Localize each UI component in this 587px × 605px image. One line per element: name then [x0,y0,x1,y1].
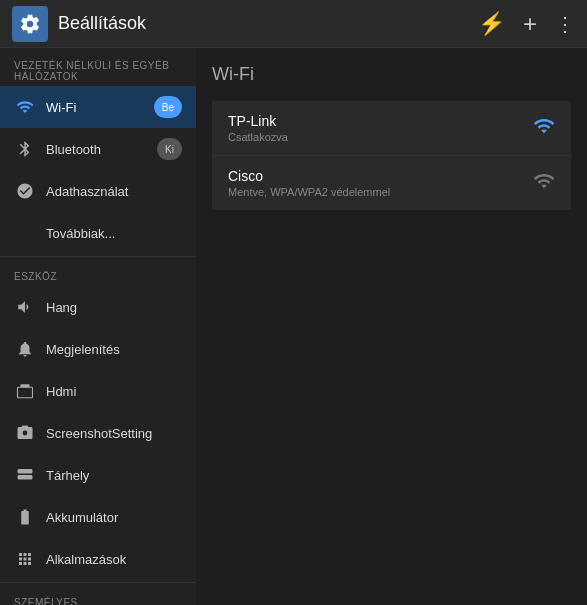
divider-device-personal [0,582,196,583]
display-icon [14,338,36,360]
camera-icon [14,422,36,444]
sidebar-item-tovabbiak-label: Továbbiak... [46,226,182,241]
battery-icon [14,506,36,528]
wifi-item-cisco-info: Cisco Mentve, WPA/WPA2 védelemmel [228,168,525,198]
topbar-title: Beállítások [58,13,478,34]
section-personal-title: SZEMÉLYES [0,585,196,605]
bluetooth-toggle-off-label: Ki [157,138,182,160]
sidebar-item-megjelenites[interactable]: Megjelenítés [0,328,196,370]
divider-network-device [0,256,196,257]
svg-rect-1 [21,384,30,387]
overflow-menu-icon[interactable]: ⋮ [555,12,575,36]
sound-icon [14,296,36,318]
sidebar-item-hdmi-label: Hdmi [46,384,182,399]
main-layout: VEZETÉK NÉLKÜLI ÉS EGYÉB HÁLÓZATOK Wi-Fi… [0,48,587,605]
sidebar-item-megjelenites-label: Megjelenítés [46,342,182,357]
bolt-icon[interactable]: ⚡ [478,11,505,37]
sidebar-item-bluetooth[interactable]: Bluetooth Ki [0,128,196,170]
wifi-item-tp-link[interactable]: TP-Link Csatlakozva [212,101,571,156]
sidebar-item-hang[interactable]: Hang [0,286,196,328]
sidebar: VEZETÉK NÉLKÜLI ÉS EGYÉB HÁLÓZATOK Wi-Fi… [0,48,196,605]
bluetooth-icon [14,138,36,160]
section-network-title: VEZETÉK NÉLKÜLI ÉS EGYÉB HÁLÓZATOK [0,48,196,86]
wifi-item-cisco[interactable]: Cisco Mentve, WPA/WPA2 védelemmel [212,156,571,210]
sidebar-item-tarhely[interactable]: Tárhely [0,454,196,496]
apps-icon [14,548,36,570]
wifi-item-tp-link-name: TP-Link [228,113,525,129]
sidebar-item-tovabbiak[interactable]: Továbbiak... [0,212,196,254]
hdmi-icon [14,380,36,402]
svg-rect-0 [18,387,33,398]
main-content: Wi-Fi TP-Link Csatlakozva Cisco Mentv [196,48,587,605]
sidebar-item-akkumulator-label: Akkumulátor [46,510,182,525]
storage-icon [14,464,36,486]
sidebar-item-adathasznalat[interactable]: Adathasználat [0,170,196,212]
sidebar-item-screenshot[interactable]: ScreenshotSetting [0,412,196,454]
sidebar-item-hang-label: Hang [46,300,182,315]
wifi-item-tp-link-status: Csatlakozva [228,131,525,143]
wifi-toggle-on-label: Be [154,96,182,118]
wifi-item-cisco-name: Cisco [228,168,525,184]
wifi-signal-cisco [533,170,555,197]
sidebar-item-screenshot-label: ScreenshotSetting [46,426,182,441]
wifi-item-cisco-status: Mentve, WPA/WPA2 védelemmel [228,186,525,198]
settings-app-icon [12,6,48,42]
sidebar-item-hdmi[interactable]: Hdmi [0,370,196,412]
add-icon[interactable]: + [523,10,537,38]
sidebar-item-alkalmazasok[interactable]: Alkalmazások [0,538,196,580]
topbar: Beállítások ⚡ + ⋮ [0,0,587,48]
topbar-actions: ⚡ + ⋮ [478,10,575,38]
sidebar-item-akkumulator[interactable]: Akkumulátor [0,496,196,538]
sidebar-item-bluetooth-label: Bluetooth [46,142,157,157]
sidebar-item-wifi[interactable]: Wi-Fi Be [0,86,196,128]
sidebar-item-tarhely-label: Tárhely [46,468,182,483]
data-usage-icon [14,180,36,202]
wifi-toggle[interactable]: Be [154,96,182,118]
more-icon [14,222,36,244]
sidebar-item-alkalmazasok-label: Alkalmazások [46,552,182,567]
wifi-icon [14,96,36,118]
sidebar-item-wifi-label: Wi-Fi [46,100,154,115]
section-device-title: ESZKÖZ [0,259,196,286]
main-section-title: Wi-Fi [212,64,571,85]
wifi-network-list: TP-Link Csatlakozva Cisco Mentve, WPA/WP… [212,101,571,210]
wifi-signal-tp-link [533,115,555,142]
bluetooth-toggle[interactable]: Ki [157,138,182,160]
wifi-item-tp-link-info: TP-Link Csatlakozva [228,113,525,143]
sidebar-item-adathasznalat-label: Adathasználat [46,184,182,199]
